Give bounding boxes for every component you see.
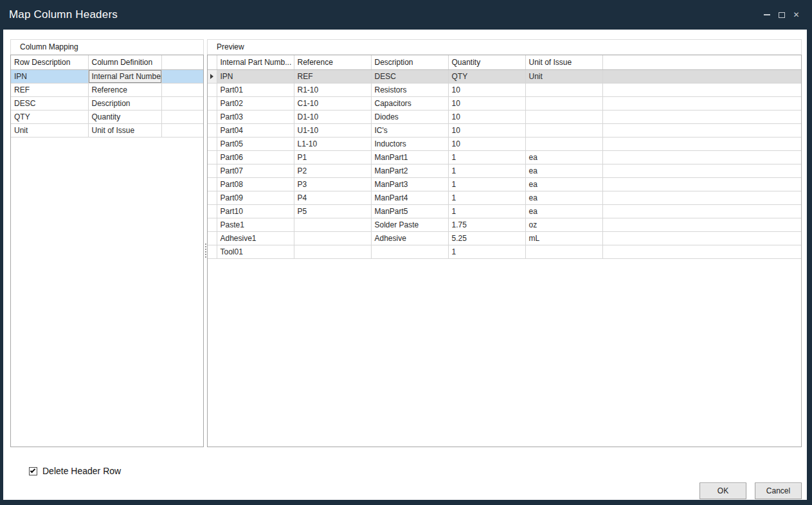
row-selector-cell[interactable] bbox=[208, 191, 217, 205]
preview-cell[interactable]: U1-10 bbox=[294, 124, 371, 137]
row-selector-cell[interactable] bbox=[208, 232, 217, 245]
mapping-cell[interactable]: REF bbox=[11, 84, 88, 97]
preview-cell[interactable] bbox=[294, 232, 371, 245]
mapping-row[interactable]: IPNInternal Part Number bbox=[11, 70, 203, 84]
mapping-row[interactable]: REFReference bbox=[11, 84, 203, 97]
preview-cell[interactable]: 1 bbox=[448, 164, 525, 178]
preview-cell[interactable]: Part01 bbox=[217, 84, 294, 97]
preview-cell[interactable]: 1 bbox=[448, 191, 525, 205]
row-selector-cell[interactable] bbox=[208, 245, 217, 259]
preview-cell[interactable]: P5 bbox=[294, 205, 371, 218]
preview-cell[interactable]: ea bbox=[525, 191, 602, 205]
mapping-column-header[interactable]: Column Definition bbox=[88, 55, 161, 70]
preview-cell[interactable] bbox=[602, 218, 801, 232]
preview-cell[interactable]: QTY bbox=[448, 70, 525, 84]
mapping-cell[interactable] bbox=[161, 70, 203, 84]
mapping-row[interactable]: QTYQuantity bbox=[11, 111, 203, 124]
checkbox-box[interactable] bbox=[29, 467, 37, 475]
preview-row[interactable]: Part10P5ManPart51ea bbox=[208, 205, 801, 218]
preview-row[interactable]: Adhesive1Adhesive5.25mL bbox=[208, 232, 801, 245]
preview-cell[interactable]: Part08 bbox=[217, 178, 294, 191]
preview-cell[interactable]: ea bbox=[525, 151, 602, 164]
maximize-button[interactable] bbox=[776, 8, 787, 21]
mapping-cell[interactable]: QTY bbox=[11, 111, 88, 124]
preview-cell[interactable] bbox=[371, 245, 448, 259]
preview-cell[interactable]: ManPart1 bbox=[371, 151, 448, 164]
preview-cell[interactable]: C1-10 bbox=[294, 97, 371, 111]
preview-cell[interactable] bbox=[602, 245, 801, 259]
preview-cell[interactable]: IC's bbox=[371, 124, 448, 137]
row-selector-cell[interactable] bbox=[208, 164, 217, 178]
preview-cell[interactable]: P4 bbox=[294, 191, 371, 205]
mapping-column-header[interactable]: Row Description bbox=[11, 55, 88, 70]
row-selector-cell[interactable] bbox=[208, 218, 217, 232]
preview-cell[interactable]: Resistors bbox=[371, 84, 448, 97]
preview-cell[interactable]: oz bbox=[525, 218, 602, 232]
mapping-cell[interactable]: Unit bbox=[11, 124, 88, 137]
preview-row[interactable]: IPNREFDESCQTYUnit bbox=[208, 70, 801, 84]
row-selector-cell[interactable] bbox=[208, 84, 217, 97]
preview-cell[interactable]: 1 bbox=[448, 245, 525, 259]
mapping-cell[interactable]: Quantity bbox=[88, 111, 161, 124]
preview-cell[interactable]: mL bbox=[525, 232, 602, 245]
mapping-cell[interactable]: Description bbox=[88, 97, 161, 111]
preview-cell[interactable]: Part04 bbox=[217, 124, 294, 137]
mapping-cell[interactable]: Internal Part Number bbox=[88, 70, 161, 84]
mapping-cell[interactable] bbox=[161, 97, 203, 111]
preview-cell[interactable]: ManPart4 bbox=[371, 191, 448, 205]
preview-cell[interactable]: Diodes bbox=[371, 111, 448, 124]
preview-cell[interactable] bbox=[294, 218, 371, 232]
preview-row[interactable]: Part04U1-10IC's10 bbox=[208, 124, 801, 137]
preview-cell[interactable]: Adhesive bbox=[371, 232, 448, 245]
preview-cell[interactable]: Capacitors bbox=[371, 97, 448, 111]
row-selector-cell[interactable] bbox=[208, 124, 217, 137]
preview-cell[interactable]: Unit bbox=[525, 70, 602, 84]
preview-cell[interactable] bbox=[602, 205, 801, 218]
preview-row[interactable]: Paste1Solder Paste1.75oz bbox=[208, 218, 801, 232]
preview-cell[interactable]: 10 bbox=[448, 97, 525, 111]
row-selector-cell[interactable] bbox=[208, 151, 217, 164]
mapping-cell[interactable]: DESC bbox=[11, 97, 88, 111]
preview-cell[interactable] bbox=[602, 111, 801, 124]
preview-cell[interactable]: Part03 bbox=[217, 111, 294, 124]
preview-cell[interactable]: 1 bbox=[448, 178, 525, 191]
preview-cell[interactable]: L1-10 bbox=[294, 137, 371, 151]
preview-column-header[interactable]: Quantity bbox=[448, 55, 525, 70]
preview-cell[interactable]: ea bbox=[525, 178, 602, 191]
preview-cell[interactable] bbox=[602, 84, 801, 97]
mapping-column-header[interactable] bbox=[161, 55, 203, 70]
mapping-cell[interactable] bbox=[161, 124, 203, 137]
mapping-row[interactable]: UnitUnit of Issue bbox=[11, 124, 203, 137]
ok-button[interactable]: OK bbox=[699, 483, 746, 499]
preview-cell[interactable]: Part05 bbox=[217, 137, 294, 151]
preview-cell[interactable] bbox=[525, 84, 602, 97]
cancel-button[interactable]: Cancel bbox=[755, 483, 802, 499]
delete-header-row-checkbox[interactable]: Delete Header Row bbox=[29, 466, 121, 476]
preview-cell[interactable]: ManPart3 bbox=[371, 178, 448, 191]
preview-cell[interactable] bbox=[602, 70, 801, 84]
row-selector-cell[interactable] bbox=[208, 97, 217, 111]
mapping-cell[interactable] bbox=[161, 111, 203, 124]
preview-cell[interactable]: ea bbox=[525, 205, 602, 218]
preview-cell[interactable]: P1 bbox=[294, 151, 371, 164]
preview-cell[interactable]: Part02 bbox=[217, 97, 294, 111]
preview-cell[interactable]: Solder Paste bbox=[371, 218, 448, 232]
preview-cell[interactable]: Inductors bbox=[371, 137, 448, 151]
preview-cell[interactable]: Tool01 bbox=[217, 245, 294, 259]
preview-cell[interactable]: D1-10 bbox=[294, 111, 371, 124]
preview-column-header[interactable] bbox=[602, 55, 801, 70]
preview-row[interactable]: Part05L1-10Inductors10 bbox=[208, 137, 801, 151]
preview-cell[interactable] bbox=[525, 111, 602, 124]
preview-cell[interactable]: 10 bbox=[448, 84, 525, 97]
mapping-cell[interactable]: Reference bbox=[88, 84, 161, 97]
preview-cell[interactable] bbox=[602, 151, 801, 164]
minimize-button[interactable] bbox=[761, 8, 772, 21]
preview-cell[interactable] bbox=[602, 232, 801, 245]
preview-row[interactable]: Part08P3ManPart31ea bbox=[208, 178, 801, 191]
row-selector-cell[interactable] bbox=[208, 111, 217, 124]
preview-cell[interactable] bbox=[602, 164, 801, 178]
preview-row[interactable]: Part07P2ManPart21ea bbox=[208, 164, 801, 178]
mapping-cell[interactable] bbox=[161, 84, 203, 97]
preview-cell[interactable] bbox=[602, 97, 801, 111]
preview-cell[interactable] bbox=[294, 245, 371, 259]
